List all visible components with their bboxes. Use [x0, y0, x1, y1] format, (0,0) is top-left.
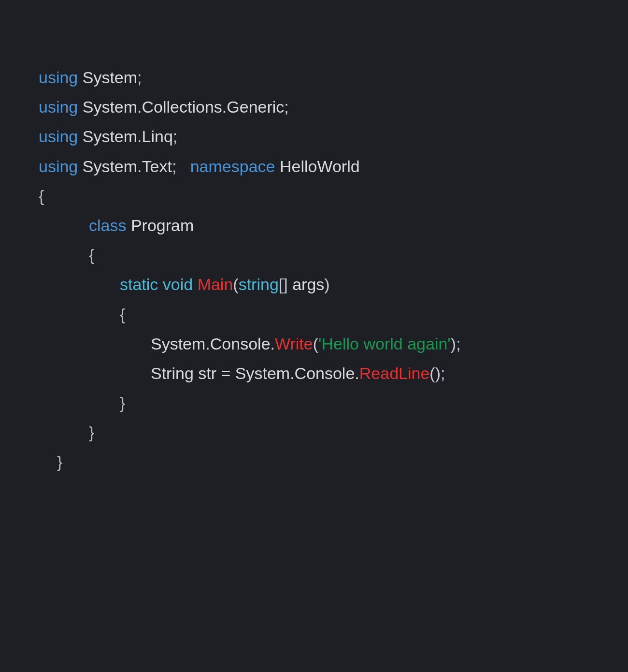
brace-open: {	[89, 246, 94, 264]
function-readline: ReadLine	[359, 364, 430, 382]
function-write: Write	[275, 335, 313, 353]
code-line-readline: String str = System.Console.ReadLine();	[39, 359, 589, 388]
brace-close: }	[89, 423, 94, 441]
code-line-open-brace-ns: {	[39, 181, 589, 211]
brace-close: }	[120, 394, 125, 412]
brace-close: }	[57, 453, 62, 471]
keyword-class: class	[89, 216, 126, 234]
identifier-system-console: System.Console.	[151, 335, 275, 353]
keyword-using: using	[39, 157, 78, 175]
identifier-collections: System.Collections.Generic	[83, 98, 285, 116]
string-literal: 'Hello world again'	[318, 335, 451, 353]
keyword-using: using	[39, 127, 78, 146]
code-line-using-system: using System;	[39, 63, 589, 92]
code-line-class: class Program	[39, 211, 589, 240]
keyword-using: using	[39, 98, 78, 116]
code-line-close-brace-ns: }	[39, 447, 589, 477]
code-line-close-brace-class: }	[39, 418, 589, 447]
keyword-using: using	[39, 68, 78, 87]
identifier-system: System	[83, 68, 137, 87]
identifier-linq: System.Linq	[83, 127, 173, 146]
code-editor: using System; using System.Collections.G…	[39, 63, 589, 477]
code-line-using-collections: using System.Collections.Generic;	[39, 92, 589, 122]
identifier-program: Program	[131, 216, 194, 234]
function-main: Main	[198, 275, 233, 293]
brace-open: {	[120, 305, 125, 323]
code-line-main-signature: static void Main(string[] args)	[39, 270, 589, 299]
code-line-write: System.Console.Write('Hello world again'…	[39, 329, 589, 359]
identifier-text: System.Text	[83, 157, 172, 175]
code-line-using-linq: using System.Linq;	[39, 122, 589, 151]
identifier-helloworld: HelloWorld	[280, 157, 360, 175]
identifier-args: args	[292, 275, 324, 293]
brace-open: {	[39, 187, 44, 205]
keyword-static-void: static void	[120, 275, 193, 293]
code-line-open-brace-class: {	[39, 240, 589, 270]
identifier-string-str: String str = System.Console.	[151, 364, 359, 382]
code-line-open-brace-main: {	[39, 300, 589, 329]
keyword-namespace: namespace	[190, 157, 275, 175]
code-line-using-text-namespace: using System.Text; namespace HelloWorld	[39, 152, 589, 181]
keyword-string: string	[239, 275, 279, 293]
code-line-close-brace-main: }	[39, 388, 589, 418]
